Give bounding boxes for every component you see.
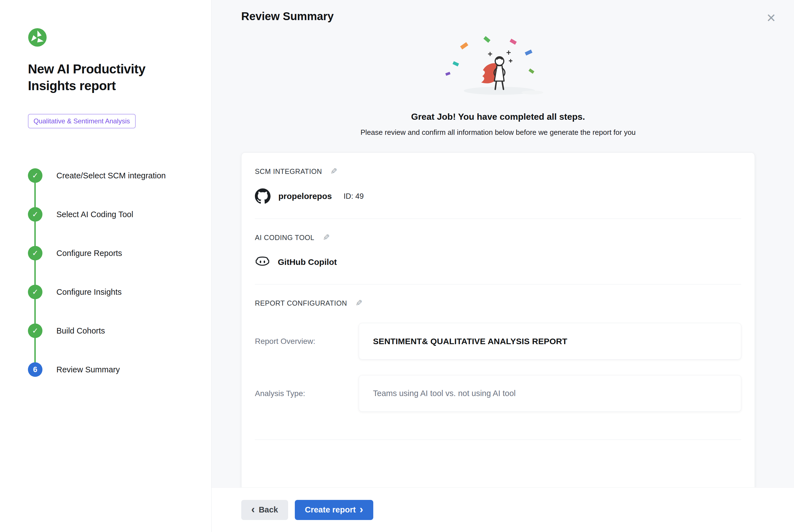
review-summary-panel: Review Summary ✕: [212, 0, 794, 532]
analysis-type-badge: Qualitative & Sentiment Analysis: [28, 114, 136, 128]
page-title: Review Summary: [241, 10, 755, 23]
wizard-footer: ‹ Back Create report ›: [212, 487, 794, 532]
summary-card: SCM INTEGRATION ✎ propelorepos ID: 49 AI…: [241, 152, 755, 487]
step-label: Review Summary: [56, 365, 120, 374]
report-overview-text: SENTIMENT& QUALITATIVE ANALYSIS REPORT: [373, 337, 567, 346]
step-review-summary[interactable]: 6 Review Summary: [28, 350, 192, 389]
analysis-type-label: Analysis Type:: [255, 389, 359, 398]
ai-tool-name: GitHub Copilot: [278, 257, 337, 267]
scm-integration-id: ID: 49: [344, 192, 364, 201]
close-button[interactable]: ✕: [763, 10, 779, 26]
step-label: Configure Insights: [56, 287, 122, 297]
divider: [255, 218, 741, 219]
wizard-stepper: ✓ Create/Select SCM integration ✓ Select…: [28, 156, 192, 389]
check-icon: ✓: [28, 246, 42, 261]
propelo-logo: [28, 28, 47, 47]
report-overview-value: SENTIMENT& QUALITATIVE ANALYSIS REPORT: [359, 323, 741, 360]
step-label: Configure Reports: [56, 249, 122, 258]
report-config-section-label: REPORT CONFIGURATION: [255, 299, 347, 307]
back-button[interactable]: ‹ Back: [241, 500, 288, 520]
copilot-icon: [255, 254, 270, 270]
edit-icon: ✎: [323, 233, 330, 242]
edit-ai-tool-button[interactable]: ✎: [323, 233, 330, 242]
review-summary-content: Review Summary ✕: [212, 0, 794, 487]
step-build-cohorts[interactable]: ✓ Build Cohorts: [28, 311, 192, 350]
step-configure-reports[interactable]: ✓ Configure Reports: [28, 234, 192, 273]
check-icon: ✓: [28, 207, 42, 222]
wizard-title: New AI Productivity Insights report: [28, 61, 192, 94]
step-number: 6: [28, 362, 42, 377]
analysis-type-text: Teams using AI tool vs. not using AI too…: [373, 389, 516, 398]
wizard-sidebar: New AI Productivity Insights report Qual…: [0, 0, 212, 532]
back-button-label: Back: [259, 505, 278, 514]
check-icon: ✓: [28, 168, 42, 183]
github-icon: [255, 188, 270, 204]
congrats-heading: Great Job! You have completed all steps.: [241, 112, 755, 122]
scm-section-label: SCM INTEGRATION: [255, 168, 322, 175]
create-report-label: Create report: [305, 505, 356, 514]
check-icon: ✓: [28, 285, 42, 299]
app-window: New AI Productivity Insights report Qual…: [0, 0, 794, 532]
step-select-ai-coding-tool[interactable]: ✓ Select AI Coding Tool: [28, 195, 192, 234]
step-create-select-scm[interactable]: ✓ Create/Select SCM integration: [28, 156, 192, 195]
edit-icon: ✎: [330, 167, 337, 176]
check-icon: ✓: [28, 323, 42, 338]
edit-icon: ✎: [355, 298, 362, 308]
ai-tool-section-label: AI CODING TOOL: [255, 234, 314, 242]
analysis-type-value: Teams using AI tool vs. not using AI too…: [359, 375, 741, 412]
celebration-illustration: [438, 36, 558, 101]
chevron-left-icon: ‹: [251, 504, 255, 515]
congrats-subheading: Please review and confirm all informatio…: [241, 128, 755, 137]
edit-report-config-button[interactable]: ✎: [355, 299, 362, 307]
divider: [255, 440, 741, 440]
step-label: Build Cohorts: [56, 326, 105, 336]
create-report-button[interactable]: Create report ›: [295, 500, 373, 520]
step-label: Select AI Coding Tool: [56, 210, 133, 219]
step-configure-insights[interactable]: ✓ Configure Insights: [28, 273, 192, 311]
divider: [255, 284, 741, 284]
scm-integration-name: propelorepos: [278, 191, 332, 201]
close-icon: ✕: [766, 12, 776, 24]
report-overview-label: Report Overview:: [255, 337, 359, 346]
edit-scm-button[interactable]: ✎: [330, 167, 337, 175]
step-label: Create/Select SCM integration: [56, 171, 166, 180]
chevron-right-icon: ›: [360, 504, 363, 515]
